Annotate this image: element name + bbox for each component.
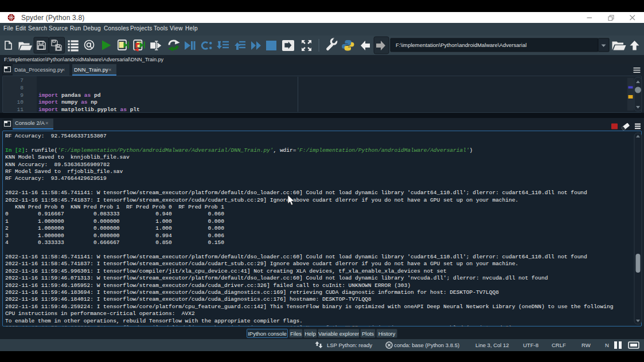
- svg-text:F:\implementation\Python\andro: F:\implementation\Python\androidMalware\…: [396, 42, 526, 48]
